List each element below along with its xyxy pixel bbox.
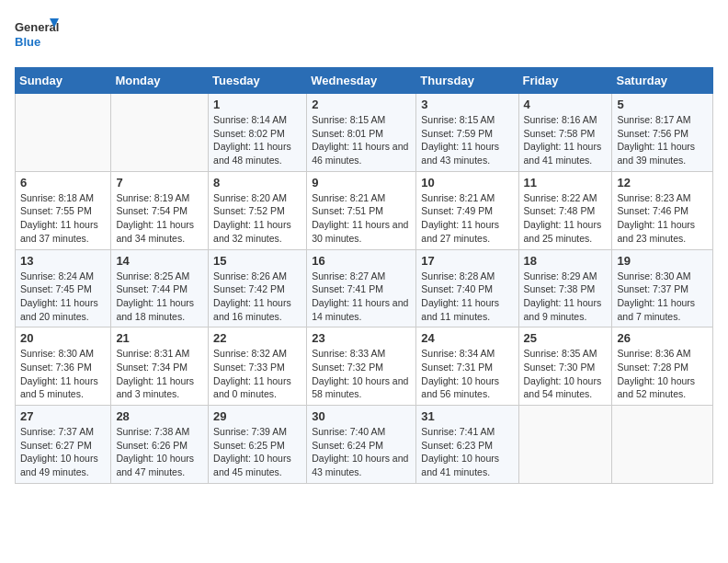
cell-week4-day4: 24Sunrise: 8:34 AMSunset: 7:31 PMDayligh… <box>416 327 518 406</box>
day-number: 1 <box>213 98 301 111</box>
day-info: Sunrise: 8:23 AMSunset: 7:46 PMDaylight:… <box>617 191 708 246</box>
header-tuesday: Tuesday <box>209 68 307 94</box>
cell-week2-day2: 8Sunrise: 8:20 AMSunset: 7:52 PMDaylight… <box>209 171 307 249</box>
day-number: 21 <box>116 331 203 345</box>
day-number: 27 <box>20 409 106 423</box>
day-info: Sunrise: 7:40 AMSunset: 6:24 PMDaylight:… <box>312 425 411 479</box>
day-info: Sunrise: 8:26 AMSunset: 7:42 PMDaylight:… <box>213 270 301 324</box>
header-wednesday: Wednesday <box>307 68 416 94</box>
cell-week4-day5: 25Sunrise: 8:35 AMSunset: 7:30 PMDayligh… <box>518 327 612 406</box>
day-info: Sunrise: 8:30 AMSunset: 7:36 PMDaylight:… <box>20 347 106 401</box>
day-info: Sunrise: 8:28 AMSunset: 7:40 PMDaylight:… <box>421 270 513 324</box>
day-number: 5 <box>617 98 708 111</box>
day-info: Sunrise: 8:27 AMSunset: 7:41 PMDaylight:… <box>312 270 411 324</box>
day-number: 4 <box>524 98 608 111</box>
logo-svg: General Blue <box>15 15 61 56</box>
day-info: Sunrise: 8:21 AMSunset: 7:51 PMDaylight:… <box>312 191 411 246</box>
day-number: 3 <box>421 98 513 111</box>
cell-week4-day2: 22Sunrise: 8:32 AMSunset: 7:33 PMDayligh… <box>209 327 307 406</box>
cell-week2-day1: 7Sunrise: 8:19 AMSunset: 7:54 PMDaylight… <box>111 171 209 249</box>
day-number: 9 <box>312 176 411 190</box>
day-number: 29 <box>213 409 301 423</box>
header-saturday: Saturday <box>612 68 713 94</box>
cell-week3-day3: 16Sunrise: 8:27 AMSunset: 7:41 PMDayligh… <box>307 249 416 327</box>
day-number: 17 <box>421 254 513 268</box>
day-info: Sunrise: 8:36 AMSunset: 7:28 PMDaylight:… <box>617 347 708 401</box>
cell-week2-day4: 10Sunrise: 8:21 AMSunset: 7:49 PMDayligh… <box>416 171 518 249</box>
cell-week5-day5 <box>518 406 612 484</box>
day-number: 25 <box>524 331 608 345</box>
day-info: Sunrise: 7:37 AMSunset: 6:27 PMDaylight:… <box>20 425 106 479</box>
calendar-table: SundayMondayTuesdayWednesdayThursdayFrid… <box>15 67 713 484</box>
svg-text:Blue: Blue <box>15 35 40 49</box>
cell-week2-day3: 9Sunrise: 8:21 AMSunset: 7:51 PMDaylight… <box>307 171 416 249</box>
day-number: 30 <box>312 409 411 423</box>
day-info: Sunrise: 7:39 AMSunset: 6:25 PMDaylight:… <box>213 425 301 479</box>
cell-week1-day4: 3Sunrise: 8:15 AMSunset: 7:59 PMDaylight… <box>416 94 518 172</box>
day-info: Sunrise: 8:20 AMSunset: 7:52 PMDaylight:… <box>213 191 301 246</box>
day-info: Sunrise: 8:18 AMSunset: 7:55 PMDaylight:… <box>20 191 106 246</box>
day-info: Sunrise: 8:19 AMSunset: 7:54 PMDaylight:… <box>116 191 203 246</box>
day-info: Sunrise: 8:29 AMSunset: 7:38 PMDaylight:… <box>524 270 608 324</box>
cell-week5-day3: 30Sunrise: 7:40 AMSunset: 6:24 PMDayligh… <box>307 406 416 484</box>
cell-week1-day3: 2Sunrise: 8:15 AMSunset: 8:01 PMDaylight… <box>307 94 416 172</box>
day-info: Sunrise: 8:15 AMSunset: 8:01 PMDaylight:… <box>312 113 411 167</box>
page-header: General Blue <box>15 15 713 56</box>
day-number: 8 <box>213 176 301 190</box>
day-info: Sunrise: 8:15 AMSunset: 7:59 PMDaylight:… <box>421 113 513 167</box>
day-number: 15 <box>213 254 301 268</box>
day-number: 14 <box>116 254 203 268</box>
cell-week5-day0: 27Sunrise: 7:37 AMSunset: 6:27 PMDayligh… <box>16 406 111 484</box>
header-friday: Friday <box>518 68 612 94</box>
day-info: Sunrise: 8:24 AMSunset: 7:45 PMDaylight:… <box>20 270 106 324</box>
cell-week3-day5: 18Sunrise: 8:29 AMSunset: 7:38 PMDayligh… <box>518 249 612 327</box>
cell-week1-day0 <box>16 94 111 172</box>
header-thursday: Thursday <box>416 68 518 94</box>
day-info: Sunrise: 7:38 AMSunset: 6:26 PMDaylight:… <box>116 425 203 479</box>
cell-week1-day2: 1Sunrise: 8:14 AMSunset: 8:02 PMDaylight… <box>209 94 307 172</box>
day-info: Sunrise: 7:41 AMSunset: 6:23 PMDaylight:… <box>421 425 513 479</box>
cell-week3-day2: 15Sunrise: 8:26 AMSunset: 7:42 PMDayligh… <box>209 249 307 327</box>
day-info: Sunrise: 8:22 AMSunset: 7:48 PMDaylight:… <box>524 191 608 246</box>
cell-week4-day0: 20Sunrise: 8:30 AMSunset: 7:36 PMDayligh… <box>16 327 111 406</box>
day-number: 23 <box>312 331 411 345</box>
cell-week5-day2: 29Sunrise: 7:39 AMSunset: 6:25 PMDayligh… <box>209 406 307 484</box>
cell-week3-day4: 17Sunrise: 8:28 AMSunset: 7:40 PMDayligh… <box>416 249 518 327</box>
cell-week3-day1: 14Sunrise: 8:25 AMSunset: 7:44 PMDayligh… <box>111 249 209 327</box>
header-monday: Monday <box>111 68 209 94</box>
cell-week5-day6 <box>612 406 713 484</box>
day-info: Sunrise: 8:21 AMSunset: 7:49 PMDaylight:… <box>421 191 513 246</box>
day-info: Sunrise: 8:25 AMSunset: 7:44 PMDaylight:… <box>116 270 203 324</box>
day-number: 16 <box>312 254 411 268</box>
day-number: 10 <box>421 176 513 190</box>
day-info: Sunrise: 8:33 AMSunset: 7:32 PMDaylight:… <box>312 347 411 401</box>
day-info: Sunrise: 8:31 AMSunset: 7:34 PMDaylight:… <box>116 347 203 401</box>
day-number: 18 <box>524 254 608 268</box>
cell-week2-day0: 6Sunrise: 8:18 AMSunset: 7:55 PMDaylight… <box>16 171 111 249</box>
day-number: 22 <box>213 331 301 345</box>
cell-week2-day6: 12Sunrise: 8:23 AMSunset: 7:46 PMDayligh… <box>612 171 713 249</box>
day-info: Sunrise: 8:30 AMSunset: 7:37 PMDaylight:… <box>617 270 708 324</box>
cell-week5-day1: 28Sunrise: 7:38 AMSunset: 6:26 PMDayligh… <box>111 406 209 484</box>
day-number: 6 <box>20 176 106 190</box>
cell-week3-day6: 19Sunrise: 8:30 AMSunset: 7:37 PMDayligh… <box>612 249 713 327</box>
day-info: Sunrise: 8:34 AMSunset: 7:31 PMDaylight:… <box>421 347 513 401</box>
day-info: Sunrise: 8:16 AMSunset: 7:58 PMDaylight:… <box>524 113 608 167</box>
day-info: Sunrise: 8:17 AMSunset: 7:56 PMDaylight:… <box>617 113 708 167</box>
logo: General Blue <box>15 15 61 56</box>
cell-week3-day0: 13Sunrise: 8:24 AMSunset: 7:45 PMDayligh… <box>16 249 111 327</box>
day-number: 24 <box>421 331 513 345</box>
day-number: 2 <box>312 98 411 111</box>
day-number: 13 <box>20 254 106 268</box>
day-info: Sunrise: 8:14 AMSunset: 8:02 PMDaylight:… <box>213 113 301 167</box>
cell-week4-day3: 23Sunrise: 8:33 AMSunset: 7:32 PMDayligh… <box>307 327 416 406</box>
cell-week5-day4: 31Sunrise: 7:41 AMSunset: 6:23 PMDayligh… <box>416 406 518 484</box>
day-info: Sunrise: 8:35 AMSunset: 7:30 PMDaylight:… <box>524 347 608 401</box>
cell-week1-day6: 5Sunrise: 8:17 AMSunset: 7:56 PMDaylight… <box>612 94 713 172</box>
cell-week2-day5: 11Sunrise: 8:22 AMSunset: 7:48 PMDayligh… <box>518 171 612 249</box>
day-info: Sunrise: 8:32 AMSunset: 7:33 PMDaylight:… <box>213 347 301 401</box>
day-number: 20 <box>20 331 106 345</box>
header-sunday: Sunday <box>16 68 111 94</box>
cell-week1-day1 <box>111 94 209 172</box>
day-number: 7 <box>116 176 203 190</box>
